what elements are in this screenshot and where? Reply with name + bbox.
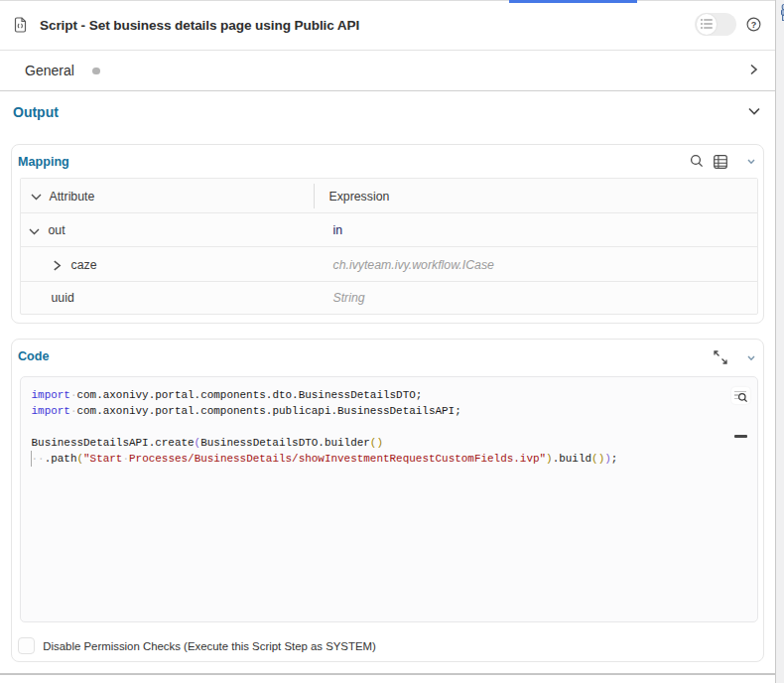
svg-text:?: ?	[751, 20, 757, 30]
